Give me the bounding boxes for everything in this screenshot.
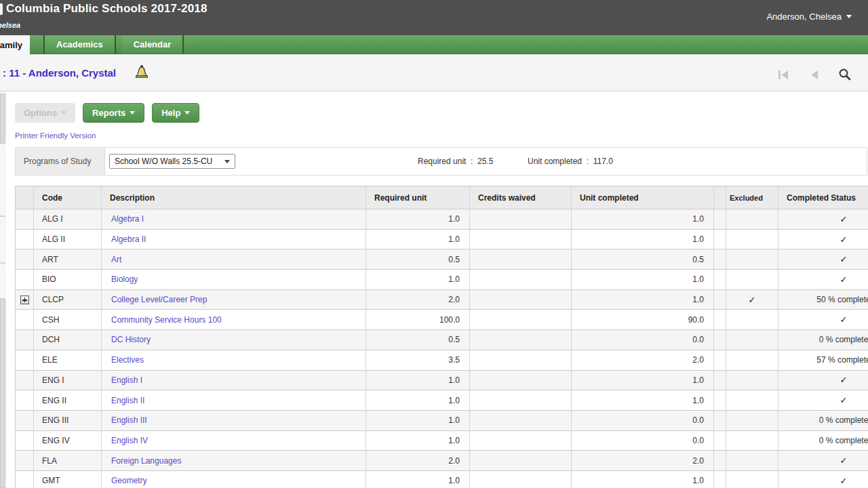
description-link[interactable]: Community Service Hours 100 [111, 315, 222, 325]
district-logo [0, 3, 3, 15]
spacer-cell [714, 330, 726, 350]
excluded-column-header: Excluded [726, 186, 778, 209]
code-cell: FLA [34, 451, 102, 471]
printer-friendly-link[interactable]: Printer Friendly Version [15, 131, 96, 140]
help-button-label: Help [161, 108, 180, 118]
reports-button[interactable]: Reports [83, 103, 144, 123]
graduation-progress-table: Code Description Required unit Credits w… [15, 186, 868, 488]
expand-cell [16, 370, 34, 390]
chevron-down-icon [184, 111, 190, 115]
user-menu[interactable]: Anderson, Chelsea [766, 12, 852, 22]
spacer-cell [714, 289, 726, 310]
unit-completed-cell: 90.0 [572, 310, 714, 330]
spacer-cell [714, 430, 726, 451]
excluded-cell [726, 249, 778, 270]
description-link[interactable]: English I [111, 375, 142, 385]
credits-waived-column-header: Credits waived [470, 186, 572, 209]
completed-status-cell: ✓ [778, 451, 868, 471]
credits-waived-cell [470, 310, 572, 330]
unit-completed-cell: 1.0 [572, 370, 714, 390]
bell-icon[interactable] [134, 64, 149, 85]
description-link[interactable]: Algebra II [111, 235, 146, 244]
required-unit-cell: 1.0 [366, 430, 470, 451]
scrollbar-thumb[interactable] [0, 298, 5, 488]
description-cell: Geometry [102, 470, 366, 488]
unit-completed-cell: 1.0 [572, 270, 714, 290]
description-cell: English I [102, 370, 366, 390]
expand-cell [16, 249, 34, 270]
description-cell: English IV [102, 430, 366, 451]
credits-waived-cell [470, 330, 572, 350]
left-scrollbar[interactable] [0, 92, 6, 488]
code-cell: ELE [34, 350, 102, 370]
first-record-icon[interactable] [778, 70, 791, 83]
expand-cell [16, 410, 34, 430]
table-row: FLAForeign Languages2.02.0✓ [16, 451, 868, 471]
spacer-cell [714, 249, 726, 270]
expand-cell [16, 229, 34, 249]
options-button-label: Options [24, 108, 57, 118]
required-unit-cell: 0.5 [366, 249, 470, 270]
description-link[interactable]: DC History [111, 335, 151, 344]
options-button[interactable]: Options [15, 103, 75, 123]
description-link[interactable]: Algebra I [111, 214, 144, 224]
description-link[interactable]: Geometry [111, 476, 147, 485]
completed-status-cell: ✓ [778, 270, 868, 290]
page-title: Columbia Public Schools 2017-2018 [6, 2, 208, 16]
description-cell: Community Service Hours 100 [102, 310, 366, 330]
search-icon[interactable] [838, 68, 852, 84]
credits-waived-cell [470, 249, 572, 270]
program-select-value: School W/O Walls 25.5-CU [115, 157, 212, 166]
unit-completed-cell: 1.0 [572, 470, 714, 488]
expand-cell [16, 270, 34, 290]
required-unit-cell: 1.0 [366, 270, 470, 290]
description-cell: Art [102, 249, 366, 270]
description-link[interactable]: English IV [111, 436, 148, 445]
credits-waived-cell [470, 209, 572, 230]
top-header: Columbia Public Schools 2017-2018 Chelse… [0, 0, 868, 35]
required-unit-cell: 0.5 [366, 330, 470, 350]
credits-waived-cell [470, 410, 572, 430]
completed-status-cell: ✓ [778, 470, 868, 488]
scrollbar-thumb[interactable] [0, 94, 5, 144]
description-cell: Algebra II [102, 229, 366, 249]
table-row: ARTArt0.50.5✓ [16, 249, 868, 270]
chevron-down-icon [224, 160, 230, 163]
spacer-cell [714, 310, 726, 330]
completed-status-cell: ✓ [778, 310, 868, 330]
description-link[interactable]: English III [111, 415, 147, 425]
expand-cell [16, 470, 34, 488]
description-link[interactable]: Biology [111, 274, 138, 284]
help-button[interactable]: Help [152, 103, 199, 123]
table-row: ENG IIEnglish II1.01.0✓ [16, 390, 868, 411]
unit-completed-cell: 1.0 [572, 229, 714, 249]
description-link[interactable]: Foreign Languages [111, 456, 181, 466]
tab-academics[interactable]: Academics [43, 35, 116, 54]
description-link[interactable]: Art [111, 255, 121, 264]
unit-completed-cell: 1.0 [572, 209, 714, 230]
expand-row-button[interactable] [20, 296, 29, 304]
tab-calendar-label: Calendar [134, 39, 172, 49]
code-cell: BIO [34, 270, 102, 290]
program-select[interactable]: School W/O Walls 25.5-CU [109, 154, 235, 169]
description-link[interactable]: English II [111, 396, 144, 405]
tab-family[interactable]: Family [0, 35, 30, 55]
code-cell: CLCP [34, 289, 102, 310]
spacer-cell [714, 229, 726, 249]
code-cell: ALG II [34, 229, 102, 249]
excluded-cell [726, 410, 778, 430]
tab-calendar[interactable]: Calendar [122, 35, 184, 54]
programs-of-study-label: Programs of Study [16, 148, 105, 175]
code-cell: GMT [34, 470, 102, 488]
table-row: CLCPCollege Level/Career Prep2.01.0✓50 %… [16, 289, 868, 310]
expand-cell [16, 330, 34, 350]
table-header-row: Code Description Required unit Credits w… [16, 186, 868, 209]
description-link[interactable]: College Level/Career Prep [111, 295, 207, 304]
previous-record-icon[interactable] [810, 70, 819, 83]
description-link[interactable]: Electives [111, 355, 144, 365]
table-row: ELEElectives3.52.057 % complete [16, 350, 868, 370]
unit-completed-cell: 0.5 [572, 249, 714, 270]
chevron-down-icon [130, 111, 135, 115]
family-subtitle: Chelsea [0, 21, 20, 29]
spacer-cell [714, 470, 726, 488]
